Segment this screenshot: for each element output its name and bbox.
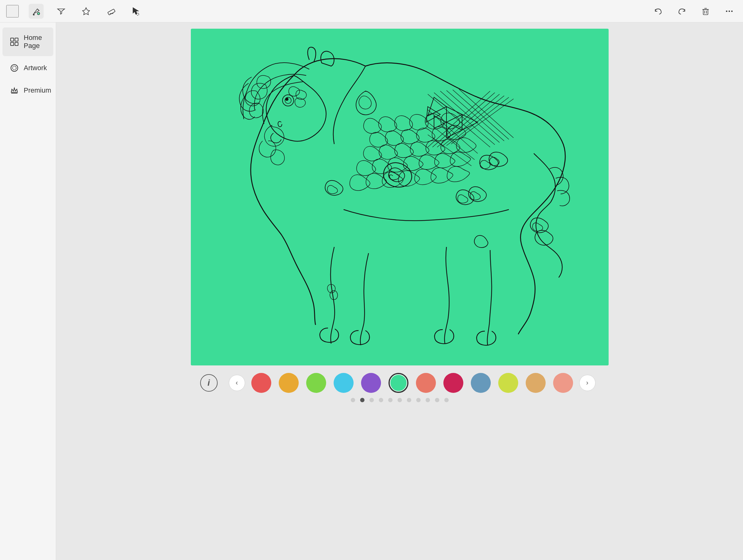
color-swatch-purple[interactable] <box>361 373 381 393</box>
crown-icon <box>10 86 19 95</box>
svg-rect-14 <box>15 42 18 46</box>
sidebar-item-premium[interactable]: Premium <box>2 80 53 101</box>
sidebar-premium-label: Premium <box>24 86 51 94</box>
svg-line-32 <box>451 99 514 144</box>
pagination-dot-8[interactable] <box>426 398 430 402</box>
sidebar-home-label: Home Page <box>24 34 46 50</box>
palette-next-button[interactable]: › <box>579 375 596 391</box>
color-swatches-container <box>249 373 576 393</box>
drawing-canvas[interactable] <box>191 29 609 365</box>
select-tool[interactable] <box>128 4 143 19</box>
svg-point-9 <box>729 10 730 12</box>
pagination-dot-7[interactable] <box>416 398 421 402</box>
color-swatch-red[interactable] <box>251 373 271 393</box>
pagination-dot-6[interactable] <box>407 398 411 402</box>
delete-button[interactable] <box>698 4 713 19</box>
color-swatch-cyan[interactable] <box>334 373 354 393</box>
pagination-dot-5[interactable] <box>398 398 402 402</box>
pagination-dot-1[interactable] <box>360 398 364 402</box>
eraser-tool[interactable] <box>103 4 119 19</box>
filter1-tool[interactable] <box>54 4 69 19</box>
pagination-dot-9[interactable] <box>435 398 439 402</box>
main-area: Home Page Artwork Premium <box>0 23 743 560</box>
svg-point-2 <box>137 13 139 15</box>
color-swatch-steel-blue[interactable] <box>471 373 491 393</box>
menu-button[interactable] <box>6 5 19 17</box>
pagination-dots <box>351 398 449 402</box>
pagination-dot-3[interactable] <box>379 398 383 402</box>
sidebar: Home Page Artwork Premium <box>0 23 56 560</box>
grid-icon <box>10 37 19 46</box>
svg-point-15 <box>11 64 18 72</box>
color-swatch-light-salmon[interactable] <box>553 373 573 393</box>
more-options-button[interactable] <box>722 4 737 19</box>
svg-point-10 <box>731 10 733 12</box>
svg-line-23 <box>459 89 514 138</box>
pagination-dot-4[interactable] <box>388 398 393 402</box>
svg-point-33 <box>282 95 294 106</box>
toolbar <box>0 0 743 23</box>
toolbar-actions <box>651 4 737 19</box>
color-swatch-orange-yellow[interactable] <box>279 373 299 393</box>
redo-button[interactable] <box>674 4 689 19</box>
info-button[interactable]: i <box>200 374 218 392</box>
svg-point-8 <box>726 10 728 12</box>
svg-rect-11 <box>11 38 14 41</box>
svg-rect-3 <box>703 9 708 15</box>
svg-point-35 <box>286 98 288 100</box>
color-swatch-mint-green[interactable] <box>389 373 408 393</box>
color-palette-bar: i ‹ › <box>62 373 737 393</box>
sidebar-item-artwork[interactable]: Artwork <box>2 57 53 79</box>
filter2-tool[interactable] <box>79 4 93 19</box>
palette-prev-button[interactable]: ‹ <box>229 375 245 391</box>
color-swatch-yellow-green[interactable] <box>498 373 518 393</box>
sidebar-artwork-label: Artwork <box>24 64 47 72</box>
toolbar-tools <box>6 4 143 19</box>
circle-outline-icon <box>10 63 19 72</box>
sidebar-item-home-page[interactable]: Home Page <box>2 28 53 56</box>
color-swatch-green[interactable] <box>306 373 326 393</box>
undo-button[interactable] <box>651 4 666 19</box>
svg-point-16 <box>12 66 16 70</box>
fill-bucket-tool[interactable] <box>29 4 44 19</box>
svg-rect-0 <box>107 9 115 15</box>
canvas-area: i ‹ › <box>56 23 743 560</box>
pagination-dot-2[interactable] <box>369 398 374 402</box>
pagination-dot-10[interactable] <box>444 398 449 402</box>
color-swatch-salmon[interactable] <box>416 373 436 393</box>
svg-rect-13 <box>11 42 14 46</box>
pagination-dot-0[interactable] <box>351 398 355 402</box>
color-swatch-peach[interactable] <box>526 373 545 393</box>
svg-line-24 <box>428 110 478 154</box>
color-swatch-crimson[interactable] <box>443 373 463 393</box>
svg-rect-12 <box>15 38 18 41</box>
